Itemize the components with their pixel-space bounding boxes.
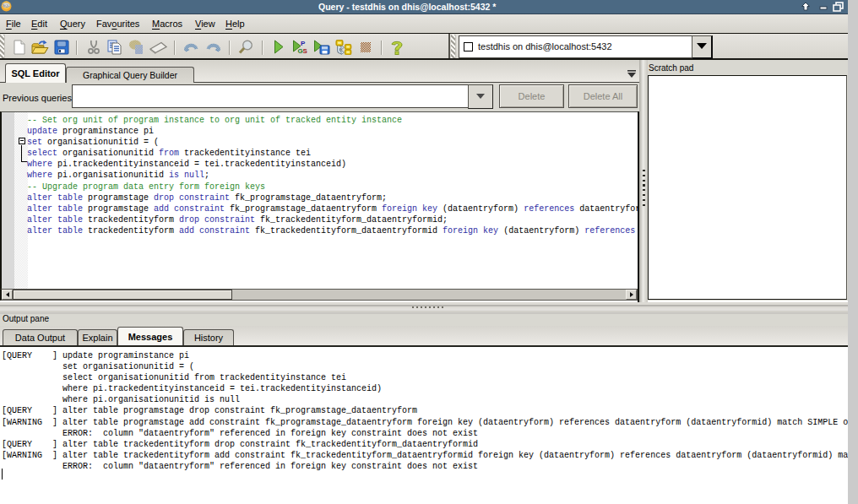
svg-text:P: P (301, 40, 306, 47)
svg-text:S: S (303, 47, 308, 55)
svg-text:SQL: SQL (3, 3, 10, 8)
